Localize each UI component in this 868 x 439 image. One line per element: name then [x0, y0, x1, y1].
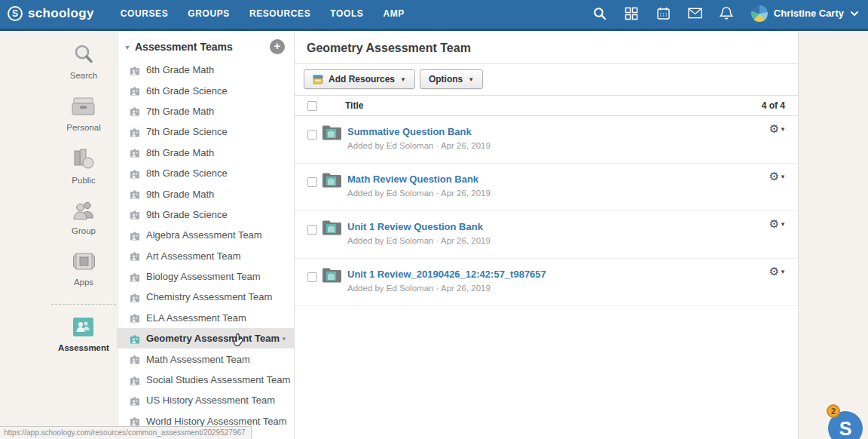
dropdown-caret-icon: ▼ — [780, 269, 786, 275]
rail-item-apps[interactable]: Apps — [72, 251, 96, 287]
row-checkbox[interactable] — [307, 130, 317, 140]
resource-meta: Added by Ed Soloman · Apr 26, 2019 — [347, 141, 491, 150]
resource-title-link[interactable]: Math Review Question Bank — [347, 173, 491, 185]
team-puzzle-icon — [130, 333, 141, 344]
rail-item-assessment[interactable]: Assessment — [58, 317, 109, 352]
rail-item-personal[interactable]: Personal — [66, 96, 100, 132]
team-puzzle-icon — [130, 147, 141, 158]
resource-title-link[interactable]: Summative Question Bank — [347, 126, 491, 137]
rail-label: Search — [70, 71, 97, 80]
team-puzzle-icon — [130, 230, 141, 241]
team-list-item[interactable]: Art Assessment Team ▾ — [118, 246, 294, 266]
resource-box-icon — [313, 75, 323, 84]
brand-name: schoology — [28, 6, 94, 21]
team-puzzle-icon — [130, 65, 141, 75]
resource-rows: Summative Question Bank Added by Ed Solo… — [295, 116, 798, 306]
team-list-item[interactable]: Algebra Assessment Team ▾ — [118, 225, 294, 245]
team-list-item[interactable]: Math Assessment Team ▾ — [118, 348, 294, 369]
question-bank-folder-icon — [322, 124, 342, 163]
calendar-icon[interactable] — [656, 6, 671, 20]
team-list-item[interactable]: 7th Grade Science ▾ — [118, 121, 294, 142]
avatar — [751, 5, 768, 22]
team-list-item[interactable]: Social Studies Assessment Team ▾ — [118, 370, 294, 390]
rail-item-group[interactable]: Group — [72, 201, 96, 235]
team-list-item[interactable]: 9th Grade Science ▾ — [118, 204, 294, 225]
nav-item-resources[interactable]: RESOURCES — [240, 1, 320, 26]
nav-item-tools[interactable]: TOOLS — [320, 1, 373, 26]
team-puzzle-icon — [130, 312, 141, 323]
nav-item-amp[interactable]: AMP — [373, 1, 414, 26]
chat-widget-button[interactable]: S 2 — [828, 411, 863, 439]
team-name: 9th Grade Math — [146, 189, 214, 200]
title-column-header: Title — [345, 100, 363, 111]
team-puzzle-icon — [130, 189, 141, 199]
rail-label: Apps — [74, 278, 93, 287]
team-list-item[interactable]: Chemistry Assessment Team ▾ — [118, 287, 294, 307]
rail-item-public[interactable]: Public — [72, 148, 95, 185]
team-name: 6th Grade Science — [146, 85, 228, 97]
row-checkbox[interactable] — [307, 177, 317, 187]
team-list-item[interactable]: Biology Assessment Team ▾ — [118, 266, 294, 287]
notifications-icon[interactable] — [720, 6, 734, 20]
team-list-item[interactable]: Geometry Assessment Team ▾ — [118, 328, 294, 348]
top-navbar: S schoology COURSES GROUPS RESOURCES TOO… — [0, 0, 868, 31]
assessment-teams-panel: ▾ Assessment Teams + 6th Grade Math ▾ 6t… — [117, 31, 295, 439]
collapse-caret-icon[interactable]: ▾ — [123, 43, 132, 51]
add-resources-button[interactable]: Add Resources ▼ — [304, 69, 415, 89]
team-list-item[interactable]: 8th Grade Science ▾ — [118, 163, 294, 183]
team-puzzle-icon — [130, 416, 141, 426]
row-checkbox[interactable] — [307, 225, 317, 235]
rail-divider — [51, 304, 116, 305]
nav-item-groups[interactable]: GROUPS — [178, 1, 240, 26]
resource-title-link[interactable]: Unit 1 Review_20190426_12:42:57_t987657 — [347, 269, 546, 280]
link-preview-statusbar: https://app.schoology.com/resources/comm… — [0, 426, 252, 439]
teams-panel-title: Assessment Teams — [135, 41, 233, 53]
team-list-item[interactable]: ELA Assessment Team ▾ — [118, 308, 294, 328]
chat-unread-badge: 2 — [827, 404, 840, 418]
team-list-item[interactable]: 8th Grade Math ▾ — [118, 143, 294, 163]
rail-item-search[interactable]: Search — [70, 43, 97, 80]
app-launcher-icon[interactable] — [625, 6, 639, 20]
team-name: 9th Grade Science — [146, 209, 228, 220]
team-name: Chemistry Assessment Team — [146, 291, 272, 302]
team-name: 7th Grade Science — [146, 126, 228, 137]
team-name: Algebra Assessment Team — [146, 229, 262, 241]
team-name: Social Studies Assessment Team — [146, 374, 290, 385]
team-name: 6th Grade Math — [146, 64, 214, 75]
search-icon[interactable] — [593, 6, 607, 20]
gear-icon: ⚙ — [769, 170, 779, 183]
team-list-item[interactable]: US History Assessment Team ▾ — [118, 390, 294, 410]
resource-title-link[interactable]: Unit 1 Review Question Bank — [347, 221, 491, 232]
messages-icon[interactable] — [688, 6, 702, 20]
team-puzzle-icon — [130, 292, 141, 302]
team-list-item[interactable]: 7th Grade Math ▾ — [118, 101, 294, 121]
add-team-button[interactable]: + — [270, 39, 285, 54]
dropdown-caret-icon: ▼ — [468, 76, 474, 83]
team-puzzle-icon — [130, 209, 141, 220]
team-list-item[interactable]: 6th Grade Science ▾ — [118, 80, 294, 100]
nav-item-courses[interactable]: COURSES — [111, 1, 179, 26]
team-puzzle-icon — [130, 375, 141, 385]
row-checkbox[interactable] — [307, 272, 317, 282]
team-dropdown-caret-icon[interactable]: ▾ — [282, 335, 286, 342]
options-button[interactable]: Options ▼ — [420, 69, 483, 89]
resource-row: Unit 1 Review_20190426_12:42:57_t987657 … — [295, 259, 798, 306]
row-actions-menu[interactable]: ⚙ ▼ — [769, 170, 786, 183]
gear-icon: ⚙ — [769, 265, 779, 278]
select-all-checkbox[interactable] — [307, 101, 317, 111]
resource-row: Summative Question Bank Added by Ed Solo… — [295, 116, 798, 164]
dropdown-caret-icon: ▼ — [400, 76, 406, 83]
user-menu[interactable]: Christine Carty — [751, 5, 859, 22]
question-bank-folder-icon — [322, 267, 342, 305]
team-list-item[interactable]: 9th Grade Math ▾ — [118, 183, 294, 204]
row-actions-menu[interactable]: ⚙ ▼ — [769, 265, 786, 278]
gear-icon: ⚙ — [769, 217, 779, 231]
team-puzzle-icon — [130, 272, 141, 282]
schoology-logo[interactable]: S schoology — [8, 6, 94, 21]
table-header: Title 4 of 4 — [295, 96, 798, 116]
row-actions-menu[interactable]: ⚙ ▼ — [769, 122, 786, 136]
rail-label: Group — [72, 226, 96, 235]
team-name: 8th Grade Science — [146, 167, 228, 179]
team-list-item[interactable]: 6th Grade Math ▾ — [118, 60, 294, 80]
row-actions-menu[interactable]: ⚙ ▼ — [769, 217, 786, 231]
